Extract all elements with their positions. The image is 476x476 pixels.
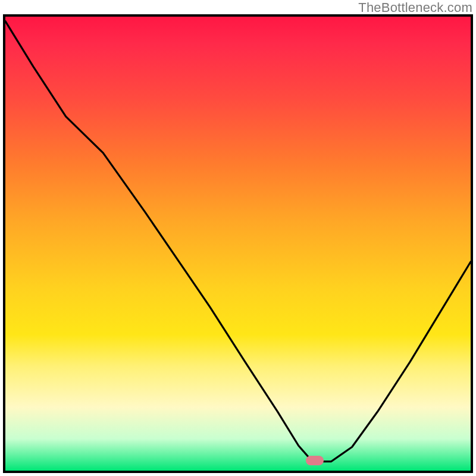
bottleneck-curve xyxy=(5,17,471,471)
watermark-text: TheBottleneck.com xyxy=(358,0,472,15)
optimum-marker xyxy=(306,456,324,465)
chart-frame xyxy=(3,14,473,473)
